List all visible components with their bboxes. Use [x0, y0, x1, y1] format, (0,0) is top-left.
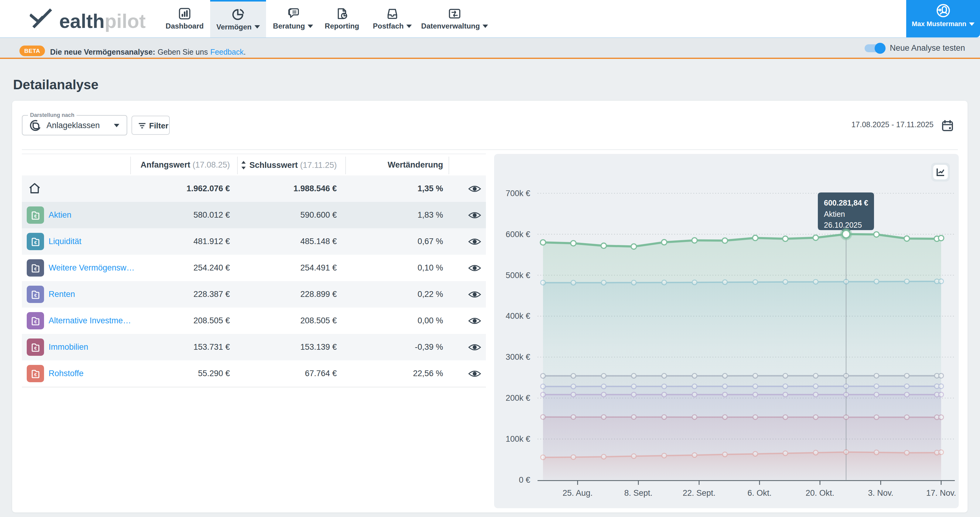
svg-text:0 €: 0 €: [519, 476, 530, 485]
svg-text:€: €: [34, 319, 37, 324]
svg-text:600.281,84 €: 600.281,84 €: [824, 199, 868, 207]
svg-text:6. Okt.: 6. Okt.: [748, 488, 772, 498]
svg-text:600k €: 600k €: [506, 230, 530, 239]
svg-text:22. Sept.: 22. Sept.: [682, 488, 716, 498]
svg-text:€: €: [34, 266, 37, 271]
svg-text:300k €: 300k €: [506, 352, 530, 361]
svg-text:400k €: 400k €: [506, 312, 530, 321]
svg-text:500k €: 500k €: [506, 271, 530, 280]
svg-text:17. Nov.: 17. Nov.: [926, 488, 956, 498]
svg-text:100k €: 100k €: [506, 434, 530, 444]
svg-text:€: €: [34, 345, 37, 351]
svg-text:3. Nov.: 3. Nov.: [868, 488, 893, 498]
svg-text:€: €: [34, 372, 37, 377]
svg-text:700k €: 700k €: [506, 189, 530, 198]
svg-text:€: €: [34, 240, 37, 245]
svg-text:8. Sept.: 8. Sept.: [624, 488, 652, 498]
svg-text:200k €: 200k €: [506, 393, 530, 402]
svg-text:26.10.2025: 26.10.2025: [824, 221, 862, 229]
svg-text:€: €: [34, 213, 37, 219]
svg-text:20. Okt.: 20. Okt.: [806, 488, 835, 498]
svg-text:€: €: [34, 293, 37, 298]
svg-text:25. Aug.: 25. Aug.: [562, 488, 592, 498]
svg-text:Aktien: Aktien: [824, 210, 845, 218]
